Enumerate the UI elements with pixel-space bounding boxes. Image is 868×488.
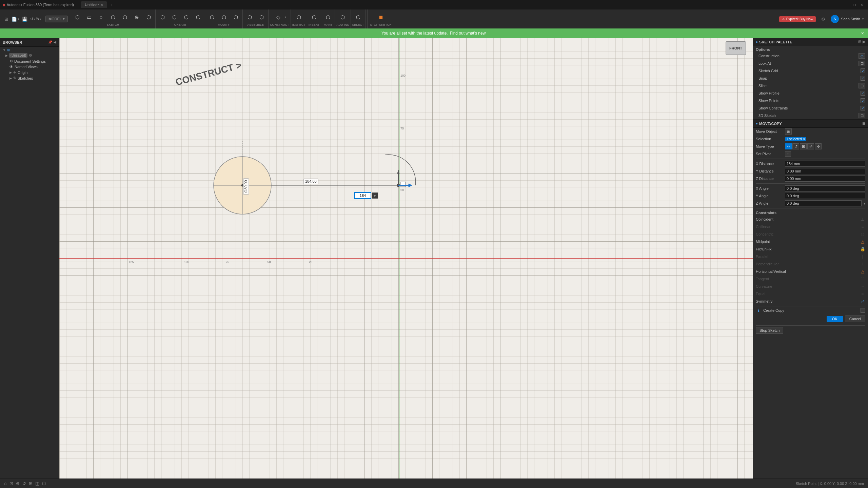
palette-collapse-icon[interactable]: ▶ — [863, 40, 865, 44]
insert-btn1[interactable]: ⬡ — [309, 12, 319, 23]
construct-dropdown[interactable]: ▾ — [285, 16, 286, 19]
notif-link[interactable]: Find out what's new. — [450, 31, 487, 36]
look-at-icon-btn[interactable]: ⊡ — [859, 61, 865, 66]
undo-group[interactable]: ↺ ▾ — [30, 17, 35, 21]
constraint-fix[interactable]: Fix/UnFix 🔒 — [753, 245, 868, 253]
dimension-input-area[interactable]: ↵ — [354, 192, 378, 199]
construction-icon-btn[interactable]: ◇ — [859, 53, 865, 59]
y-angle-input[interactable] — [785, 193, 865, 199]
sketch-btn6[interactable]: ⊕ — [131, 12, 142, 23]
browser-doc-settings[interactable]: ⚙ Document Settings — [0, 58, 59, 64]
z-angle-dropdown[interactable]: ▾ — [864, 202, 865, 205]
create-btn2[interactable]: ⬡ — [169, 12, 180, 23]
constraint-equal[interactable]: Equal = — [753, 290, 868, 298]
new-tab-button[interactable]: + — [108, 1, 115, 8]
inspect-btn1[interactable]: ⬡ — [293, 12, 304, 23]
unsaved-settings-icon[interactable]: ⚙ — [29, 53, 32, 58]
move-copy-pin[interactable]: ⊞ — [862, 121, 865, 126]
modify-btn3[interactable]: ⬡ — [230, 12, 241, 23]
modify-btn2[interactable]: ⬡ — [218, 12, 229, 23]
browser-origin[interactable]: ▶ ✛ Origin — [0, 69, 59, 75]
move-type-free[interactable]: ✛ — [815, 143, 822, 149]
constraint-parallel[interactable]: Parallel ∥ — [753, 253, 868, 260]
sketch-btn3[interactable]: ○ — [96, 12, 106, 23]
front-face-label[interactable]: FRONT — [726, 41, 746, 55]
move-type-scale[interactable]: ⊞ — [800, 143, 807, 149]
stop-sketch-button[interactable]: Stop Sketch — [756, 327, 783, 334]
sketch-grid-checkbox[interactable]: ✓ — [861, 68, 865, 73]
tab-close-icon[interactable]: × — [101, 3, 103, 7]
nav-zoom-icon[interactable]: ⊕ — [16, 481, 20, 486]
close-button[interactable]: × — [859, 1, 865, 8]
assemble-btn2[interactable]: ⬡ — [256, 12, 267, 23]
z-angle-input[interactable] — [785, 200, 862, 206]
z-distance-input[interactable] — [785, 176, 865, 182]
snap-checkbox[interactable]: ✓ — [861, 76, 865, 81]
redo-group[interactable]: ↻ ▾ — [36, 17, 41, 21]
dimension-input-btn[interactable]: ↵ — [372, 192, 378, 199]
selection-badge[interactable]: 1 selected × — [785, 137, 806, 141]
sketch-btn2[interactable]: ▭ — [84, 12, 95, 23]
file-menu[interactable]: 📄 ▾ — [12, 17, 19, 22]
canvas-area[interactable]: 100 75 50 125 100 75 50 25 — [59, 38, 753, 479]
show-points-checkbox[interactable]: ✓ — [861, 98, 865, 103]
browser-root-expand[interactable]: ▼ ⊞ — [0, 47, 59, 53]
assemble-btn1[interactable]: ⬡ — [244, 12, 255, 23]
constraint-symmetry[interactable]: Symmetry ⇌ — [753, 298, 868, 305]
create-btn3[interactable]: ⬡ — [181, 12, 192, 23]
stop-sketch-btn[interactable]: ⏹ — [375, 12, 386, 23]
create-btn1[interactable]: ⬡ — [157, 12, 168, 23]
move-type-mirror[interactable]: ⇌ — [807, 143, 814, 149]
move-type-translate[interactable]: ⇔ — [785, 143, 792, 149]
view-cube[interactable]: FRONT — [726, 41, 749, 62]
constraint-coincident[interactable]: Coincident ⊥ — [753, 216, 868, 223]
model-selector[interactable]: MODEL ▾ — [45, 16, 68, 22]
slice-icon-btn[interactable]: ⊡ — [859, 83, 865, 88]
browser-sketches[interactable]: ▶ ✎ Sketches — [0, 75, 59, 81]
create-copy-checkbox[interactable] — [861, 308, 865, 313]
constraint-concentric[interactable]: Concentric ◎ — [753, 230, 868, 238]
show-profile-checkbox[interactable]: ✓ — [861, 91, 865, 96]
nav-home-icon[interactable]: ⌂ — [4, 481, 7, 486]
browser-named-views[interactable]: 👁 Named Views — [0, 64, 59, 69]
browser-pin-icon[interactable]: 📌 — [48, 40, 52, 44]
modify-btn1[interactable]: ⬡ — [206, 12, 217, 23]
sketch-btn4[interactable]: ⬡ — [107, 12, 118, 23]
sketch-palette-header[interactable]: ● SKETCH PALETTE ⊞ ▶ — [753, 38, 868, 46]
ok-button[interactable]: OK — [827, 316, 843, 322]
y-distance-input[interactable] — [785, 168, 865, 174]
sketch-btn7[interactable]: ⬡ — [143, 12, 154, 23]
notif-close-button[interactable]: × — [861, 30, 864, 36]
addins-btn1[interactable]: ⬡ — [337, 12, 348, 23]
perspective-icon[interactable]: ⬡ — [42, 481, 46, 486]
grid-menu-button[interactable]: ⊞ — [1, 14, 11, 24]
sketch-btn1[interactable]: ⬡ — [72, 12, 83, 23]
nav-grid-icon[interactable]: ⊞ — [29, 481, 33, 486]
show-constraints-checkbox[interactable]: ✓ — [861, 106, 865, 110]
settings-button[interactable]: ⚙ — [818, 14, 828, 24]
x-distance-input[interactable] — [785, 161, 865, 167]
maximize-button[interactable]: □ — [851, 1, 858, 8]
make-btn1[interactable]: ⬡ — [322, 12, 333, 23]
constraint-hv[interactable]: Horizontal/Vertical △ — [753, 268, 868, 275]
browser-collapse-icon[interactable]: ◀ — [54, 40, 56, 44]
selection-clear-icon[interactable]: × — [803, 137, 805, 141]
expire-button[interactable]: ⚠ Expired: Buy Now — [779, 16, 816, 22]
cancel-button[interactable]: Cancel — [845, 316, 865, 322]
dimension-input[interactable] — [354, 192, 371, 199]
x-angle-input[interactable] — [785, 185, 865, 191]
nav-rotate-icon[interactable]: ↺ — [22, 481, 26, 486]
browser-unsaved[interactable]: ▶ (Unsaved) ⚙ — [0, 53, 59, 58]
construct-btn1[interactable]: ◇ — [273, 12, 284, 23]
sketch-btn5[interactable]: ⬡ — [119, 12, 130, 23]
user-profile[interactable]: S Sean Smith ▾ — [831, 15, 864, 23]
select-btn1[interactable]: ⬡ — [353, 12, 363, 23]
constraint-perpendicular[interactable]: Perpendicular ⊥ — [753, 260, 868, 268]
minimize-button[interactable]: ─ — [844, 1, 850, 8]
3d-sketch-icon-btn[interactable]: ⊡ — [859, 113, 865, 118]
constraint-midpoint[interactable]: Midpoint △ — [753, 238, 868, 245]
constraint-curvature[interactable]: Curvature ~ — [753, 283, 868, 290]
create-btn4[interactable]: ⬡ — [193, 12, 203, 23]
constraint-collinear[interactable]: Collinear ≡ — [753, 223, 868, 230]
palette-pin-icon[interactable]: ⊞ — [858, 40, 861, 44]
